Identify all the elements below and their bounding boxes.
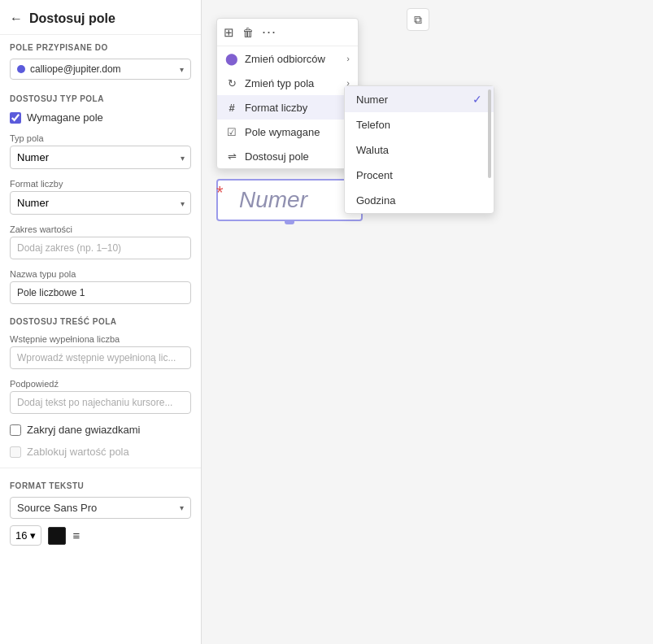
copy-icon-button[interactable]: ⧉ bbox=[407, 8, 429, 31]
submenu-currency-label: Waluta bbox=[356, 144, 389, 156]
number-format-label: Format liczby bbox=[10, 179, 191, 189]
font-size-select[interactable]: 16 ▾ bbox=[10, 525, 41, 546]
required-checkbox-label: Wymagane pole bbox=[27, 111, 103, 124]
submenu-phone-label: Telefon bbox=[356, 119, 390, 131]
hint-label: Podpowiedź bbox=[10, 379, 191, 389]
submenu-scrollbar bbox=[488, 89, 491, 178]
context-menu-toolbar: ⊞ 🗑 ··· bbox=[217, 19, 358, 46]
context-menu: ⊞ 🗑 ··· ⬤ Zmień odbiorców › ↻ Zmień typ … bbox=[216, 18, 359, 169]
lock-checkbox-row: Zablokuj wartość pola bbox=[0, 441, 201, 463]
range-input[interactable] bbox=[10, 237, 191, 259]
required-checkbox-row: Wymagane pole bbox=[0, 107, 201, 128]
panel-header: ← Dostosuj pole bbox=[0, 0, 201, 35]
preview-resize-handle[interactable] bbox=[285, 220, 294, 224]
assigned-dot bbox=[17, 65, 25, 73]
customize-field-icon: ⇌ bbox=[225, 150, 238, 163]
left-panel: ← Dostosuj pole POLE PRZYPISANE DO calli… bbox=[0, 0, 202, 644]
menu-item-number-format[interactable]: # Format liczby › bbox=[217, 95, 358, 120]
field-name-group: Nazwa typu pola bbox=[0, 264, 201, 309]
assigned-field-area: calliope@jupiter.dom ▾ bbox=[0, 55, 201, 86]
align-icon[interactable]: ≡ bbox=[72, 529, 80, 542]
assigned-select[interactable]: calliope@jupiter.dom ▾ bbox=[10, 59, 191, 80]
prefilled-input[interactable] bbox=[10, 346, 191, 369]
number-format-select[interactable]: Numer bbox=[10, 191, 191, 215]
field-preview: * Numer bbox=[216, 179, 363, 221]
range-group: Zakres wartości bbox=[0, 220, 201, 264]
assigned-section-label: POLE PRZYPISANE DO bbox=[0, 35, 201, 55]
hint-input[interactable] bbox=[10, 391, 191, 414]
required-checkbox[interactable] bbox=[10, 112, 21, 124]
field-type-group: Typ pola Numer ▾ bbox=[0, 128, 201, 174]
content-section-label: DOSTOSUJ TREŚĆ POLA bbox=[0, 309, 201, 329]
submenu-item-currency[interactable]: Waluta bbox=[345, 137, 494, 163]
font-controls-row: 16 ▾ ≡ bbox=[10, 525, 191, 546]
prefilled-group: Wstępnie wypełniona liczba bbox=[0, 329, 201, 374]
font-chevron-icon: ▾ bbox=[180, 503, 184, 512]
field-name-label: Nazwa typu pola bbox=[10, 269, 191, 279]
field-preview-text: Numer bbox=[228, 187, 307, 212]
format-area: Source Sans Pro ▾ 16 ▾ ≡ bbox=[0, 494, 201, 552]
hide-checkbox[interactable] bbox=[10, 424, 21, 436]
assigned-email: calliope@jupiter.dom bbox=[30, 63, 175, 75]
type-section-label: DOSTOSUJ TYP POLA bbox=[0, 86, 201, 107]
lock-checkbox bbox=[10, 446, 21, 458]
field-name-input[interactable] bbox=[10, 281, 191, 304]
menu-item-customize-field-label: Dostosuj pole bbox=[245, 150, 350, 163]
submenu: Numer ✓ Telefon Waluta Procent Godzina bbox=[344, 85, 494, 214]
menu-item-number-format-label: Format liczby bbox=[245, 102, 340, 114]
submenu-item-phone[interactable]: Telefon bbox=[345, 112, 494, 137]
menu-item-change-recipients[interactable]: ⬤ Zmień odbiorców › bbox=[217, 46, 358, 71]
chevron-down-icon: ▾ bbox=[180, 65, 184, 74]
font-name-label: Source Sans Pro bbox=[17, 502, 97, 514]
menu-item-change-recipients-label: Zmień odbiorców bbox=[245, 53, 340, 65]
range-label: Zakres wartości bbox=[10, 224, 191, 234]
main-area: ⊞ 🗑 ··· ⬤ Zmień odbiorców › ↻ Zmień typ … bbox=[202, 0, 653, 644]
prefilled-label: Wstępnie wypełniona liczba bbox=[10, 334, 191, 344]
format-section-label: FORMAT TEKSTU bbox=[0, 473, 201, 494]
menu-item-change-type[interactable]: ↻ Zmień typ pola › bbox=[217, 71, 358, 95]
lock-checkbox-label: Zablokuj wartość pola bbox=[27, 446, 129, 458]
menu-item-change-type-label: Zmień typ pola bbox=[245, 77, 340, 89]
copy-icon: ⧉ bbox=[414, 13, 422, 27]
more-icon[interactable]: ··· bbox=[262, 24, 276, 41]
menu-item-required-field[interactable]: ☑ Pole wymagane bbox=[217, 120, 358, 144]
number-format-select-wrapper: Numer ▾ bbox=[10, 191, 191, 215]
grid-icon[interactable]: ⊞ bbox=[224, 25, 234, 40]
field-type-select-wrapper: Numer ▾ bbox=[10, 146, 191, 169]
submenu-item-number[interactable]: Numer ✓ bbox=[345, 86, 494, 112]
field-type-label: Typ pola bbox=[10, 133, 191, 143]
submenu-percent-label: Procent bbox=[356, 169, 393, 181]
submenu-item-time[interactable]: Godzina bbox=[345, 188, 494, 213]
hide-checkbox-row: Zakryj dane gwiazdkami bbox=[0, 419, 201, 441]
back-button[interactable]: ← bbox=[10, 11, 23, 26]
font-size-value: 16 bbox=[15, 529, 27, 542]
divider bbox=[0, 468, 201, 468]
number-format-icon: # bbox=[225, 101, 238, 114]
panel-title: Dostosuj pole bbox=[29, 11, 115, 26]
submenu-item-percent[interactable]: Procent bbox=[345, 163, 494, 188]
change-recipients-arrow-icon: › bbox=[346, 54, 350, 63]
hint-group: Podpowiedź bbox=[0, 374, 201, 419]
submenu-time-label: Godzina bbox=[356, 194, 395, 207]
number-format-group: Format liczby Numer ▾ bbox=[0, 174, 201, 220]
submenu-check-icon: ✓ bbox=[472, 93, 482, 106]
font-size-arrow-icon: ▾ bbox=[30, 529, 36, 542]
change-recipients-icon: ⬤ bbox=[225, 52, 238, 65]
trash-icon[interactable]: 🗑 bbox=[242, 26, 254, 39]
required-field-icon: ☑ bbox=[225, 125, 238, 138]
submenu-number-label: Numer bbox=[356, 94, 388, 106]
font-select[interactable]: Source Sans Pro ▾ bbox=[10, 497, 191, 519]
menu-item-required-field-label: Pole wymagane bbox=[245, 126, 350, 138]
menu-item-customize-field[interactable]: ⇌ Dostosuj pole bbox=[217, 144, 358, 168]
change-type-icon: ↻ bbox=[225, 76, 238, 89]
hide-checkbox-label: Zakryj dane gwiazdkami bbox=[27, 424, 140, 436]
field-type-select[interactable]: Numer bbox=[10, 146, 191, 169]
required-asterisk: * bbox=[216, 182, 224, 203]
color-picker[interactable] bbox=[48, 527, 66, 545]
